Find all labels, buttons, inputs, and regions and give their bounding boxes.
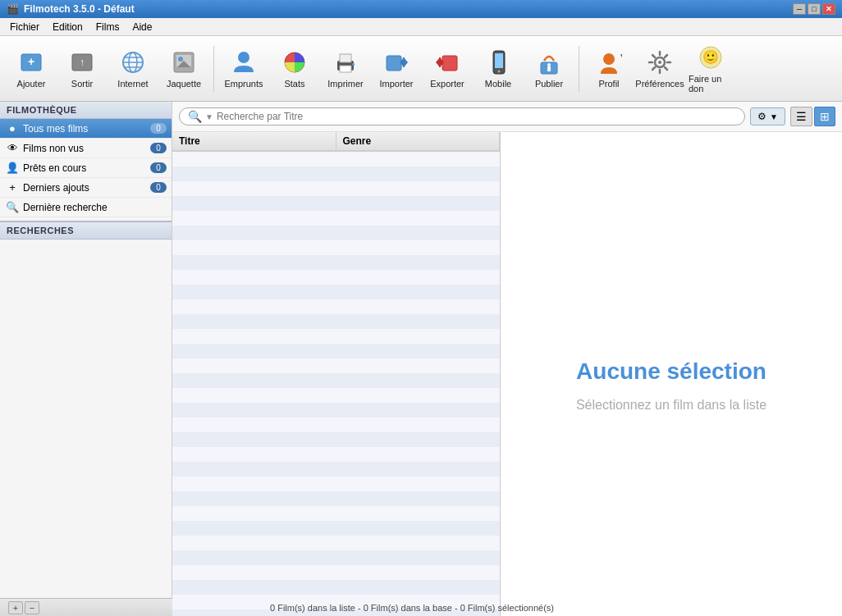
- table-row[interactable]: [172, 403, 500, 418]
- table-row[interactable]: [172, 447, 500, 462]
- remove-list-button[interactable]: −: [25, 601, 39, 614]
- search-gear-icon: ⚙: [757, 111, 766, 122]
- toolbar-profil[interactable]: ▼ Profil: [584, 41, 634, 97]
- svg-line-43: [665, 55, 667, 57]
- svg-text:▼: ▼: [619, 52, 622, 61]
- toolbar-imprimer[interactable]: Imprimer: [321, 41, 370, 97]
- svg-text:+: +: [28, 55, 34, 68]
- menu-aide[interactable]: Aide: [126, 20, 158, 34]
- svg-point-33: [603, 53, 615, 65]
- preferences-label: Préférences: [635, 79, 684, 89]
- table-row[interactable]: [172, 167, 500, 181]
- table-row[interactable]: [172, 240, 500, 255]
- search-dropdown-icon[interactable]: ▼: [205, 112, 213, 121]
- ajouter-icon: +: [18, 49, 44, 75]
- svg-point-31: [547, 63, 551, 66]
- sortir-label: Sortir: [71, 79, 93, 89]
- jaquette-icon: [171, 49, 197, 75]
- svg-rect-23: [442, 56, 457, 71]
- close-button[interactable]: ✕: [822, 3, 835, 15]
- table-row[interactable]: [172, 477, 500, 491]
- sidebar-item-derniers-ajouts[interactable]: + Derniers ajouts 0: [0, 178, 172, 198]
- svg-point-13: [238, 52, 249, 63]
- prets-en-cours-icon: 👤: [5, 162, 20, 174]
- search-input-wrap[interactable]: 🔍 ▼: [179, 107, 745, 125]
- search-gear-dropdown: ▼: [770, 112, 778, 121]
- list-header: Titre Genre: [172, 132, 500, 152]
- search-settings-button[interactable]: ⚙ ▼: [750, 107, 785, 125]
- toolbar-sortir[interactable]: ↑ Sortir: [57, 41, 107, 97]
- svg-point-29: [498, 70, 501, 72]
- toolbar-jaquette[interactable]: Jaquette: [159, 41, 208, 97]
- publier-label: Publier: [535, 79, 563, 89]
- derniere-recherche-label: Dernière recherche: [23, 202, 167, 213]
- toolbar-preferences[interactable]: Préférences: [635, 41, 684, 97]
- toolbar-stats[interactable]: Stats: [270, 41, 319, 97]
- svg-rect-32: [547, 66, 551, 71]
- table-row[interactable]: [172, 373, 500, 388]
- minimize-button[interactable]: ─: [793, 3, 806, 15]
- table-row[interactable]: [172, 329, 500, 344]
- search-input[interactable]: [217, 111, 736, 122]
- table-row[interactable]: [172, 344, 500, 358]
- menubar: Fichier Edition Films Aide: [0, 18, 842, 36]
- table-row[interactable]: [172, 226, 500, 240]
- table-row[interactable]: [172, 565, 500, 580]
- table-row[interactable]: [172, 521, 500, 536]
- table-row[interactable]: [172, 536, 500, 550]
- table-row[interactable]: [172, 550, 500, 565]
- view-grid-button[interactable]: ⊞: [814, 107, 835, 126]
- tous-mes-films-label: Tous mes films: [23, 123, 147, 135]
- toolbar-internet[interactable]: Internet: [108, 41, 158, 97]
- table-row[interactable]: [172, 299, 500, 314]
- table-row[interactable]: [172, 462, 500, 477]
- titlebar: 🎬 Filmotech 3.5.0 - Défaut ─ □ ✕: [0, 0, 842, 18]
- table-row[interactable]: [172, 211, 500, 226]
- table-row[interactable]: [172, 580, 500, 595]
- table-row[interactable]: [172, 181, 500, 196]
- sidebar-section-filmotheque: FILMOTHÈQUE: [0, 102, 172, 119]
- sidebar-item-derniere-recherche[interactable]: 🔍 Dernière recherche: [0, 198, 172, 217]
- table-row[interactable]: [172, 270, 500, 285]
- col-genre: Genre: [336, 132, 501, 150]
- publier-icon: [536, 49, 562, 75]
- sidebar-item-prets-en-cours[interactable]: 👤 Prêts en cours 0: [0, 158, 172, 178]
- toolbar-emprunts[interactable]: Emprunts: [219, 41, 268, 97]
- preferences-icon: [647, 49, 673, 75]
- table-row[interactable]: [172, 491, 500, 506]
- films-non-vus-icon: 👁: [5, 142, 20, 154]
- importer-label: Importer: [380, 79, 414, 89]
- toolbar-faire-un-don[interactable]: 🙂 Faire un don: [686, 41, 735, 97]
- imprimer-label: Imprimer: [327, 79, 363, 89]
- table-row[interactable]: [172, 314, 500, 329]
- table-row[interactable]: [172, 255, 500, 270]
- toolbar-ajouter[interactable]: + Ajouter: [7, 41, 56, 97]
- table-row[interactable]: [172, 388, 500, 403]
- derniere-recherche-icon: 🔍: [5, 201, 20, 213]
- add-list-button[interactable]: +: [8, 601, 23, 614]
- table-row[interactable]: [172, 506, 500, 521]
- menu-films[interactable]: Films: [89, 20, 126, 34]
- exporter-icon: [434, 49, 460, 75]
- toolbar-mobile[interactable]: Mobile: [474, 41, 523, 97]
- menu-fichier[interactable]: Fichier: [3, 20, 46, 34]
- table-row[interactable]: [172, 432, 500, 447]
- status-text: 0 Film(s) dans la liste - 0 Film(s) dans…: [270, 603, 554, 613]
- sidebar-item-films-non-vus[interactable]: 👁 Films non vus 0: [0, 139, 172, 158]
- menu-edition[interactable]: Edition: [46, 20, 89, 34]
- maximize-button[interactable]: □: [808, 3, 821, 15]
- stats-label: Stats: [284, 79, 304, 89]
- table-row[interactable]: [172, 418, 500, 432]
- table-row[interactable]: [172, 196, 500, 211]
- table-row[interactable]: [172, 285, 500, 299]
- svg-point-36: [658, 61, 661, 64]
- table-row[interactable]: [172, 358, 500, 373]
- svg-line-41: [652, 55, 655, 57]
- toolbar-publier[interactable]: Publier: [524, 41, 574, 97]
- toolbar-importer[interactable]: Importer: [372, 41, 421, 97]
- sidebar-item-tous-mes-films[interactable]: ● Tous mes films 0: [0, 119, 172, 139]
- svg-rect-17: [340, 66, 351, 72]
- view-list-button[interactable]: ☰: [790, 107, 812, 126]
- toolbar-exporter[interactable]: Exporter: [423, 41, 472, 97]
- table-row[interactable]: [172, 152, 500, 167]
